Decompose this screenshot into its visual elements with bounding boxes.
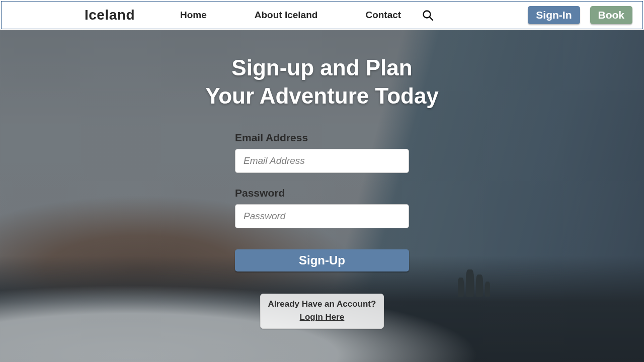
login-here-link[interactable]: Login Here (300, 312, 345, 322)
email-input[interactable] (235, 149, 409, 173)
book-button[interactable]: Book (590, 6, 633, 24)
auth-buttons: Sign-In Book (528, 6, 632, 24)
brand-logo[interactable]: Iceland (85, 7, 135, 23)
signup-form: Email Address Password Sign-Up Already H… (235, 132, 409, 329)
search-icon[interactable] (421, 9, 434, 22)
headline-line-1: Sign-up and Plan (231, 55, 412, 80)
signup-section: Sign-up and Plan Your Adventure Today Em… (0, 30, 644, 362)
top-nav: Iceland Home About Iceland Contact Sign-… (1, 1, 643, 29)
password-label: Password (235, 187, 409, 199)
email-label: Email Address (235, 132, 409, 144)
nav-home[interactable]: Home (180, 10, 207, 21)
headline-line-2: Your Adventure Today (205, 83, 439, 108)
login-card: Already Have an Account? Login Here (260, 294, 384, 329)
password-input[interactable] (235, 204, 409, 228)
nav-contact[interactable]: Contact (365, 10, 401, 21)
nav-about[interactable]: About Iceland (255, 10, 318, 21)
nav-links: Home About Iceland Contact (180, 10, 401, 21)
login-question: Already Have an Account? (267, 299, 377, 309)
page-headline: Sign-up and Plan Your Adventure Today (205, 54, 439, 111)
signin-button[interactable]: Sign-In (528, 6, 580, 24)
signup-button[interactable]: Sign-Up (235, 249, 409, 272)
svg-line-1 (430, 17, 433, 20)
